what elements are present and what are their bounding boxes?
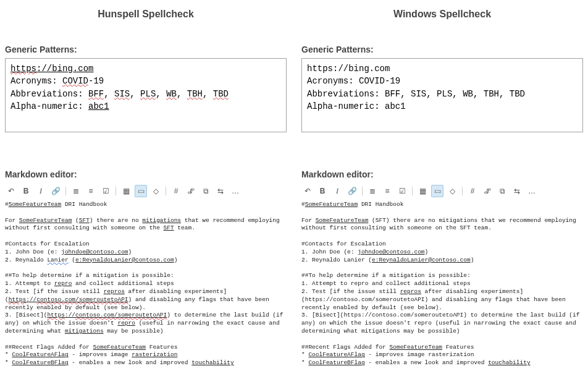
column-title: Hunspell Spellcheck	[5, 9, 287, 20]
toggle-icon[interactable]: ⇆	[214, 185, 227, 197]
separator	[362, 187, 363, 195]
code-block-icon[interactable]: ▭	[135, 185, 147, 197]
heading-icon[interactable]: #	[466, 185, 479, 197]
italic-button[interactable]: I	[35, 185, 47, 197]
unordered-list-icon[interactable]: ≣	[366, 185, 379, 197]
patterns-textbox[interactable]: https://bing.com Acronyms: COVID-19 Abbr…	[5, 58, 287, 132]
markdown-toolbar: ↶ B I 🔗 ≣ ≡ ☑ ▦ ▭ ◇ # 🖇 ⧉ ⇆ …	[5, 183, 287, 201]
markdown-heading: Markdown editor:	[301, 169, 583, 179]
patterns-textbox[interactable]: https://bing.com Acronyms: COVID-19 Abbr…	[301, 58, 583, 132]
patterns-heading: Generic Patterns:	[301, 45, 583, 54]
url-text: https://bing.com	[10, 64, 93, 74]
separator	[65, 187, 66, 195]
heading-icon[interactable]: #	[170, 185, 182, 197]
undo-icon[interactable]: ↶	[5, 185, 17, 197]
ordered-list-icon[interactable]: ≡	[85, 185, 97, 197]
more-icon[interactable]: …	[526, 185, 538, 197]
checklist-icon[interactable]: ☑	[396, 185, 408, 197]
code-block-icon[interactable]: ▭	[431, 185, 443, 197]
copy-icon[interactable]: ⧉	[496, 185, 508, 197]
separator	[412, 187, 413, 195]
markdown-toolbar: ↶ B I 🔗 ≣ ≡ ☑ ▦ ▭ ◇ # 🖇 ⧉ ⇆ …	[301, 183, 583, 201]
separator	[166, 187, 166, 195]
markdown-body[interactable]: #SomeFeatureTeam DRI Handbook For SomeFe…	[5, 201, 287, 367]
more-icon[interactable]: …	[229, 185, 242, 197]
link-icon[interactable]: 🔗	[346, 185, 358, 197]
table-icon[interactable]: ▦	[120, 185, 132, 197]
markdown-heading: Markdown editor:	[5, 169, 287, 179]
patterns-heading: Generic Patterns:	[5, 45, 287, 54]
separator	[462, 187, 463, 195]
abbrev-line: Abbreviations: BFF, SIS, PLS, WB, TBH, T…	[10, 89, 229, 99]
attach-icon[interactable]: 🖇	[185, 185, 197, 197]
abbrev-line: Abbreviations: BFF, SIS, PLS, WB, TBH, T…	[307, 89, 525, 99]
italic-button[interactable]: I	[331, 185, 343, 197]
alnum-line: Alpha-numeric: abc1	[10, 101, 109, 111]
column-title: Windows Spellcheck	[301, 9, 583, 20]
link-icon[interactable]: 🔗	[49, 185, 62, 197]
toggle-icon[interactable]: ⇆	[511, 185, 523, 197]
undo-icon[interactable]: ↶	[301, 185, 314, 197]
bold-button[interactable]: B	[316, 185, 329, 197]
attach-icon[interactable]: 🖇	[481, 185, 494, 197]
windows-column: Windows Spellcheck Generic Patterns: htt…	[301, 6, 583, 367]
ordered-list-icon[interactable]: ≡	[381, 185, 393, 197]
alnum-line: Alpha-numeric: abc1	[307, 101, 406, 111]
acronyms-line: Acronyms: COVID-19	[307, 76, 400, 86]
acronyms-line: Acronyms: COVID-19	[10, 76, 104, 86]
url-text: https://bing.com	[307, 64, 390, 74]
updown-icon[interactable]: ◇	[149, 185, 162, 197]
updown-icon[interactable]: ◇	[446, 185, 458, 197]
unordered-list-icon[interactable]: ≣	[70, 185, 82, 197]
markdown-body[interactable]: #SomeFeatureTeam DRI Handbook For SomeFe…	[301, 201, 583, 367]
bold-button[interactable]: B	[20, 185, 32, 197]
checklist-icon[interactable]: ☑	[99, 185, 112, 197]
hunspell-column: Hunspell Spellcheck Generic Patterns: ht…	[5, 6, 287, 367]
copy-icon[interactable]: ⧉	[200, 185, 212, 197]
separator	[116, 187, 116, 195]
table-icon[interactable]: ▦	[416, 185, 429, 197]
